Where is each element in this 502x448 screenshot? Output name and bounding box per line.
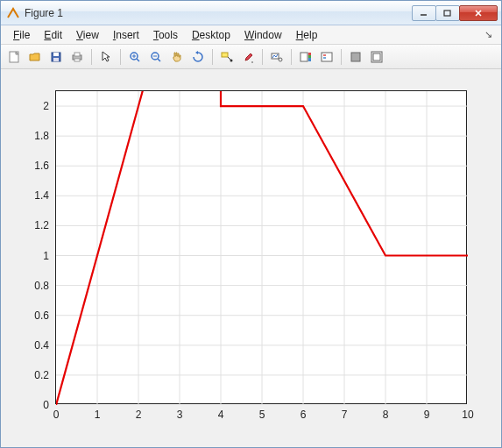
zoom-in-icon[interactable]: [125, 47, 145, 67]
pan-icon[interactable]: [167, 47, 187, 67]
menu-help[interactable]: Help: [289, 27, 325, 43]
window-title: Figure 1: [25, 7, 413, 19]
y-tick-label: 0.8: [23, 280, 49, 292]
y-tick-label: 1.4: [23, 189, 49, 202]
x-tick-label: 6: [300, 409, 307, 421]
y-tick-label: 0.6: [23, 309, 49, 322]
svg-rect-27: [322, 53, 332, 61]
svg-line-16: [158, 59, 160, 61]
x-tick-label: 3: [177, 409, 183, 421]
new-figure-icon[interactable]: [4, 47, 24, 67]
dock-corner-icon[interactable]: ↘: [484, 29, 496, 40]
zoom-out-icon[interactable]: [146, 47, 166, 67]
menu-desktop[interactable]: Desktop: [185, 27, 237, 43]
y-tick-label: 0.2: [23, 369, 49, 381]
legend-icon[interactable]: [317, 47, 336, 67]
dock-icon[interactable]: [367, 47, 386, 67]
svg-rect-18: [222, 53, 228, 57]
titlebar: Figure 1: [1, 1, 501, 25]
svg-rect-25: [308, 55, 311, 58]
save-icon[interactable]: [46, 47, 66, 67]
plot-axes[interactable]: 01234567891000.20.40.60.811.21.41.61.82: [55, 90, 467, 404]
colorbar-icon[interactable]: [296, 47, 315, 67]
pointer-icon[interactable]: [96, 47, 116, 67]
svg-point-20: [230, 59, 233, 61]
y-tick-label: 2: [23, 100, 49, 112]
print-icon[interactable]: [67, 47, 87, 67]
svg-rect-24: [308, 53, 311, 55]
svg-rect-23: [300, 53, 308, 61]
svg-rect-1: [444, 11, 450, 16]
toolbar: [1, 45, 501, 69]
data-cursor-icon[interactable]: [217, 47, 237, 67]
svg-rect-30: [351, 53, 360, 61]
open-icon[interactable]: [25, 47, 45, 67]
svg-rect-32: [373, 53, 380, 60]
y-tick-label: 1.2: [23, 219, 49, 231]
y-tick-label: 0.4: [23, 339, 49, 352]
menu-tools[interactable]: Tools: [146, 27, 185, 43]
maximize-button[interactable]: [435, 5, 460, 21]
svg-line-12: [137, 59, 139, 61]
chart-svg: [56, 91, 466, 403]
y-tick-label: 1.8: [23, 130, 49, 142]
close-button[interactable]: [459, 5, 498, 21]
rotate-icon[interactable]: [188, 47, 208, 67]
minimize-button[interactable]: [412, 5, 436, 21]
x-tick-label: 4: [218, 409, 224, 421]
y-tick-label: 1.6: [23, 160, 49, 172]
figure-window: Figure 1 File Edit View Insert Tools Des…: [0, 0, 502, 448]
svg-rect-7: [53, 58, 59, 61]
menu-insert[interactable]: Insert: [106, 27, 146, 43]
window-controls: [413, 5, 498, 21]
link-plot-icon[interactable]: [267, 47, 286, 67]
y-tick-label: 0: [23, 399, 49, 411]
chart-area: 01234567891000.20.40.60.811.21.41.61.82: [1, 69, 501, 447]
app-icon: [6, 6, 20, 20]
x-tick-label: 9: [424, 409, 430, 421]
x-tick-label: 8: [383, 409, 389, 421]
x-tick-label: 7: [342, 409, 348, 421]
x-tick-label: 0: [53, 409, 60, 421]
x-tick-label: 2: [136, 409, 142, 421]
menu-view[interactable]: View: [69, 27, 106, 43]
menu-edit[interactable]: Edit: [37, 27, 69, 43]
y-tick-label: 1: [23, 250, 49, 262]
svg-rect-10: [74, 59, 80, 61]
menubar: File Edit View Insert Tools Desktop Wind…: [1, 25, 501, 45]
svg-rect-26: [308, 58, 311, 61]
menu-window[interactable]: Window: [237, 27, 289, 43]
hide-tools-icon[interactable]: [346, 47, 365, 67]
svg-point-22: [279, 58, 282, 61]
x-tick-label: 5: [259, 409, 265, 421]
menu-file[interactable]: File: [6, 27, 37, 43]
svg-rect-6: [53, 53, 59, 56]
x-tick-label: 1: [95, 409, 101, 421]
svg-rect-9: [74, 53, 80, 56]
brush-icon[interactable]: [238, 47, 258, 67]
x-tick-label: 10: [462, 409, 473, 421]
